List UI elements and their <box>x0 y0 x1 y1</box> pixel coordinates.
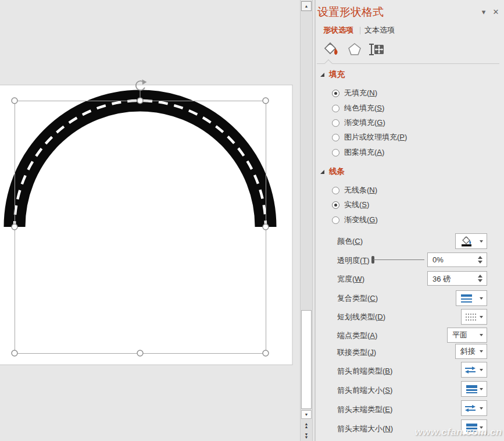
arrow-begin-size-dropdown[interactable] <box>461 381 487 397</box>
arrow-begin-size-label: 箭头前端大小(S) <box>337 385 392 396</box>
spin-down-icon[interactable] <box>478 279 482 282</box>
compound-type-label: 复合类型(C) <box>337 293 378 304</box>
radio-picture-fill[interactable]: 图片或纹理填充(P) <box>332 132 407 143</box>
dash-type-dropdown[interactable] <box>461 309 487 325</box>
arrow-size-lines-icon <box>466 385 477 393</box>
radio-icon <box>332 216 339 224</box>
radio-gradient-line[interactable]: 渐变线(G) <box>332 215 378 225</box>
dropdown-caret-icon <box>480 240 483 243</box>
radio-no-line[interactable]: 无线条(N) <box>332 185 377 195</box>
active-subtab-notch <box>324 59 333 67</box>
transparency-slider-track[interactable] <box>373 259 424 260</box>
scrollbar-thumb[interactable] <box>301 310 312 409</box>
dropdown-caret-icon <box>480 334 483 336</box>
cap-type-label: 端点类型(A) <box>337 330 377 341</box>
double-arrow-icon <box>464 366 477 374</box>
dropdown-caret-icon <box>480 316 483 318</box>
radio-solid-line[interactable]: 实线(S) <box>332 200 369 210</box>
fill-bucket-icon <box>323 41 340 57</box>
line-color-button[interactable] <box>455 233 487 249</box>
dropdown-caret-icon <box>480 407 483 410</box>
arrow-end-size-label: 箭头末端大小(N) <box>337 424 393 434</box>
subtab-effects[interactable] <box>348 42 362 59</box>
arrow-end-type-label: 箭头末端类型(E) <box>337 404 392 415</box>
subtab-fill-line[interactable] <box>323 41 340 59</box>
radio-solid-fill[interactable]: 纯色填充(S) <box>332 103 384 113</box>
join-type-label: 联接类型(J) <box>337 347 376 358</box>
previous-slide-button[interactable]: ▲▲ <box>301 421 312 429</box>
slide-page[interactable] <box>0 85 292 365</box>
spin-up-icon[interactable] <box>478 275 482 278</box>
radio-icon <box>332 119 339 127</box>
collapse-triangle-icon <box>320 170 324 174</box>
arrow-begin-type-label: 箭头前端类型(B) <box>337 366 392 376</box>
radio-pattern-fill[interactable]: 图案填充(A) <box>332 147 384 158</box>
radio-icon <box>332 105 339 112</box>
paint-bucket-color-icon <box>459 236 474 247</box>
section-header-fill[interactable]: 填充 <box>320 70 345 79</box>
pentagon-effects-icon <box>348 42 362 56</box>
color-label: 颜色(C) <box>337 236 363 247</box>
site-watermark: www.cfan.com.cn <box>415 426 502 438</box>
pane-close-icon[interactable]: ✕ <box>491 7 501 17</box>
join-type-dropdown[interactable]: 斜接 <box>455 344 487 359</box>
radio-no-fill[interactable]: 无填充(N) <box>332 88 377 98</box>
pane-menu-caret-icon[interactable]: ▾ <box>478 7 489 17</box>
compound-type-dropdown[interactable] <box>456 290 487 306</box>
radio-icon <box>332 149 339 157</box>
pane-title: 设置形状格式 <box>317 5 384 20</box>
tab-text-options[interactable]: 文本选项 <box>364 25 395 35</box>
radio-icon <box>332 187 339 194</box>
arrow-begin-type-dropdown[interactable] <box>461 362 487 378</box>
dropdown-caret-icon <box>480 350 483 353</box>
subtab-size-properties[interactable] <box>368 42 385 59</box>
width-label: 宽度(W) <box>337 274 364 284</box>
spin-up-icon[interactable] <box>478 256 482 259</box>
dash-type-label: 短划线类型(D) <box>337 312 385 322</box>
radio-icon <box>332 90 339 97</box>
collapse-triangle-icon <box>320 73 324 77</box>
dropdown-caret-icon <box>480 388 483 390</box>
dropdown-caret-icon <box>480 297 483 300</box>
next-slide-button[interactable]: ▼▼ <box>301 432 312 440</box>
tab-divider <box>360 27 360 34</box>
slide-canvas[interactable] <box>0 0 314 441</box>
size-properties-icon <box>368 42 385 57</box>
section-header-line[interactable]: 线条 <box>320 167 345 176</box>
scroll-down-button[interactable]: ▼ <box>301 410 312 419</box>
compound-lines-icon <box>461 294 472 303</box>
double-arrow-icon <box>464 404 477 412</box>
canvas-scrollbar[interactable]: ▲ ▼ ▲▲ ▼▼ <box>300 0 313 441</box>
scroll-up-button[interactable]: ▲ <box>301 1 312 11</box>
radio-icon <box>332 134 339 141</box>
dropdown-caret-icon <box>480 369 483 371</box>
transparency-label: 透明度(T) <box>337 255 370 266</box>
format-shape-pane: 设置形状格式 ▾ ✕ 形状选项 文本选项 <box>316 0 504 441</box>
dash-pattern-icon <box>466 312 477 321</box>
cap-type-dropdown[interactable]: 平面 <box>447 328 487 343</box>
spin-down-icon[interactable] <box>478 261 482 264</box>
transparency-spinner[interactable]: 0% <box>427 252 487 267</box>
radio-icon <box>332 201 339 209</box>
arrow-end-type-dropdown[interactable] <box>461 400 487 416</box>
subtab-separator <box>317 63 499 64</box>
tab-shape-options[interactable]: 形状选项 <box>323 25 353 35</box>
line-width-spinner[interactable]: 36 磅 <box>427 271 487 286</box>
radio-gradient-fill[interactable]: 渐变填充(G) <box>332 118 385 128</box>
